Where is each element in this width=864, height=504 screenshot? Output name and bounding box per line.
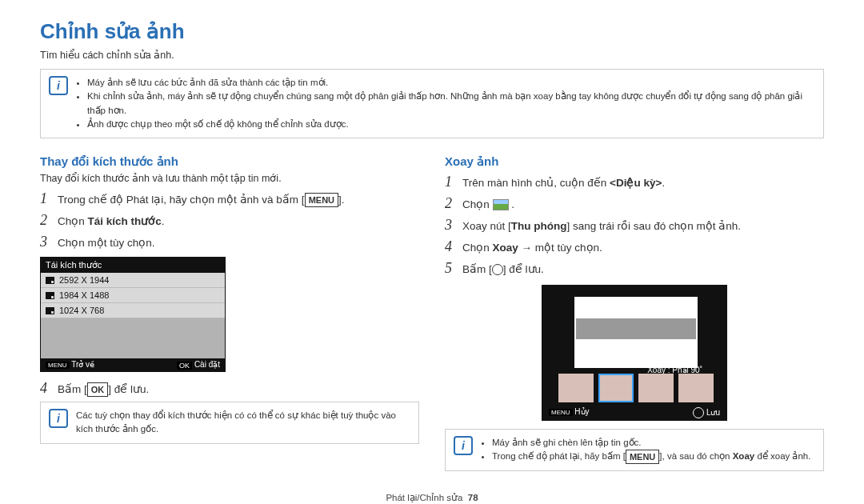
thumbnail-strip — [558, 374, 714, 402]
camera-rotate-screen: Xoay : Phải 90˚ MENU Hủy Lưu — [542, 285, 727, 421]
top-note-box: i Máy ảnh sẽ lưu các bức ảnh đã sửa thàn… — [40, 69, 824, 138]
step-text: → một tùy chọn. — [518, 242, 602, 254]
step-text: Trên màn hình chủ, cuộn đến — [462, 177, 610, 189]
resize-sub: Thay đổi kích thước ảnh và lưu thành một… — [40, 172, 419, 184]
step-bold: Thu phóng — [511, 220, 567, 232]
step-bold: <Diệu kỳ> — [610, 177, 662, 189]
step-1: 1 Trong chế độ Phát lại, hãy chọn một ản… — [40, 190, 419, 207]
step-number: 3 — [40, 234, 51, 250]
step-text: ] sang trái rồi sau đó chọn một ảnh. — [567, 220, 742, 232]
step-number: 3 — [445, 217, 456, 234]
menu-button-icon: MENU — [549, 409, 573, 416]
step-text: Bấm [ — [462, 263, 492, 275]
ok-key: OK — [87, 382, 109, 397]
info-icon: i — [454, 436, 473, 455]
step-3: 3 Xoay nút [Thu phóng] sang trái rồi sau… — [445, 217, 824, 234]
rotate-heading: Xoay ảnh — [445, 154, 824, 169]
step-text: ] để lưu. — [503, 263, 544, 275]
left-note-box: i Các tuỳ chọn thay đổi kích thước hiện … — [40, 402, 419, 444]
set-label: Cài đặt — [194, 360, 220, 369]
step-bold: Xoay — [493, 242, 518, 254]
info-icon: i — [49, 409, 68, 428]
option-label: 2592 X 1944 — [59, 275, 109, 285]
note-text: Trong chế độ phát lại, hãy bấm [ — [492, 451, 626, 461]
step-4: 4 Chọn Xoay → một tùy chọn. — [445, 238, 824, 255]
preview-image — [574, 297, 698, 368]
step-number: 4 — [445, 238, 456, 255]
page-footer: Phát lại/Chỉnh sửa 78 — [40, 492, 824, 503]
step-text: Chọn một tùy chọn. — [58, 236, 155, 249]
menu-key: MENU — [626, 450, 659, 464]
save-icon — [693, 407, 704, 418]
step-text: Chọn — [462, 242, 493, 254]
step-text: Bấm [ — [58, 383, 87, 395]
save-label: Lưu — [706, 408, 720, 417]
info-icon: i — [49, 76, 68, 95]
left-column: Thay đổi kích thước ảnh Thay đổi kích th… — [40, 148, 419, 481]
ok-button-icon: OK — [177, 362, 192, 370]
menu-key: MENU — [305, 193, 338, 207]
note-text: Các tuỳ chọn thay đổi kích thước hiện có… — [76, 409, 410, 437]
camera-resize-screen: Tái kích thước 2592 X 1944 1984 X 1488 1… — [40, 257, 226, 371]
right-note-box: i Máy ảnh sẽ ghi chèn lên tập tin gốc. T… — [445, 429, 824, 471]
note-bold: Xoay — [733, 451, 755, 461]
step-text: Chọn — [58, 215, 88, 227]
thumbnail — [558, 374, 594, 402]
option-label: 1024 X 768 — [59, 306, 104, 315]
resolution-icon — [46, 307, 54, 314]
step-number: 4 — [40, 380, 51, 397]
resize-option: 2592 X 1944 — [41, 273, 225, 288]
step-3: 3 Chọn một tùy chọn. — [40, 234, 419, 250]
page-title: Chỉnh sửa ảnh — [40, 19, 824, 44]
step-text: . — [662, 177, 665, 189]
step-5: 5 Bấm [] để lưu. — [445, 260, 824, 277]
step-number: 1 — [445, 174, 456, 190]
step-1: 1 Trên màn hình chủ, cuộn đến <Diệu kỳ>. — [445, 174, 824, 190]
thumbnail-selected — [598, 374, 634, 402]
thumbnail — [678, 374, 714, 402]
step-2: 2 Chọn Tái kích thước. — [40, 212, 419, 229]
resolution-icon — [46, 292, 54, 299]
step-number: 2 — [40, 212, 51, 229]
step-text: Chọn — [462, 198, 493, 210]
option-label: 1984 X 1488 — [59, 290, 109, 300]
menu-button-icon: MENU — [46, 362, 70, 369]
top-note-list: Máy ảnh sẽ lưu các bức ảnh đã sửa thành … — [76, 76, 815, 131]
note-item: Máy ảnh sẽ lưu các bức ảnh đã sửa thành … — [87, 76, 815, 90]
save-icon — [492, 264, 503, 275]
step-text: ]. — [338, 194, 345, 206]
step-text: Trong chế độ Phát lại, hãy chọn một ảnh … — [58, 194, 305, 206]
note-item: Khi chỉnh sửa ảnh, máy ảnh sẽ tự động ch… — [87, 90, 815, 118]
right-note-list: Máy ảnh sẽ ghi chèn lên tập tin gốc. Tro… — [481, 436, 810, 464]
footer-section: Phát lại/Chỉnh sửa — [386, 493, 462, 502]
step-text: . — [162, 215, 165, 227]
note-item: Máy ảnh sẽ ghi chèn lên tập tin gốc. — [492, 436, 810, 450]
thumbnail — [638, 374, 674, 402]
intro-text: Tìm hiểu cách chỉnh sửa ảnh. — [40, 49, 824, 61]
step-number: 5 — [445, 260, 456, 277]
screen-footer: MENU Hủy Lưu — [542, 406, 726, 420]
note-item: Ảnh được chụp theo một số chế độ không t… — [87, 118, 815, 131]
note-text: ], và sau đó chọn — [659, 451, 732, 461]
back-label: Trở về — [71, 360, 94, 369]
step-bold: Tái kích thước — [88, 215, 162, 227]
note-text: để xoay ảnh. — [754, 451, 810, 461]
screen-footer: MENU Trở về OK Cài đặt — [41, 358, 225, 370]
edit-icon — [493, 199, 509, 210]
screen-header: Tái kích thước — [41, 258, 225, 273]
step-number: 2 — [445, 195, 456, 212]
cancel-label: Hủy — [574, 407, 589, 416]
resolution-icon — [46, 277, 54, 284]
resize-option: 1024 X 768 — [41, 303, 225, 318]
step-2: 2 Chọn . — [445, 195, 824, 212]
note-item: Trong chế độ phát lại, hãy bấm [MENU], v… — [492, 450, 810, 464]
resize-heading: Thay đổi kích thước ảnh — [40, 154, 419, 169]
footer-page: 78 — [468, 493, 478, 502]
step-4: 4 Bấm [OK] để lưu. — [40, 380, 419, 397]
step-text: ] để lưu. — [108, 383, 149, 395]
screen-blank-area — [41, 318, 225, 358]
resize-option: 1984 X 1488 — [41, 288, 225, 303]
step-number: 1 — [40, 190, 51, 207]
right-column: Xoay ảnh 1 Trên màn hình chủ, cuộn đến <… — [445, 148, 824, 481]
step-text: Xoay nút [ — [462, 220, 511, 232]
